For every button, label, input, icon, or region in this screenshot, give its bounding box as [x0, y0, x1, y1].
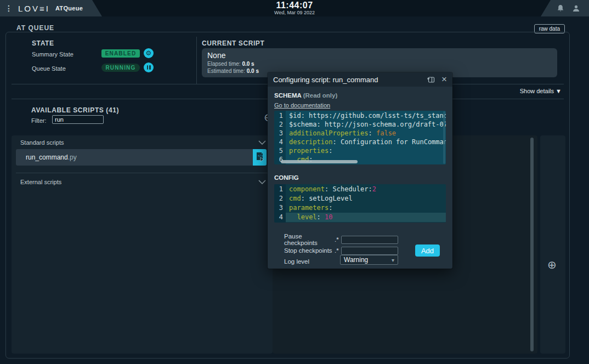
group-label: Standard scripts	[20, 139, 64, 146]
config-heading: CONFIG	[274, 174, 299, 181]
topbar-right-tab	[541, 0, 589, 16]
chevron-down-icon	[258, 140, 266, 145]
show-details-toggle[interactable]: Show details ▼	[520, 88, 562, 94]
log-level-value: Warning	[344, 256, 392, 264]
schema-vertical-scrollbar[interactable]	[443, 111, 445, 164]
user-icon[interactable]	[572, 4, 580, 13]
config-code-lines[interactable]: component: Scheduler:2cmd: setLogLevelpa…	[286, 184, 446, 223]
menu-kebab-icon[interactable]: ⋮	[5, 0, 13, 16]
available-scripts-heading: AVAILABLE SCRIPTS (41)	[31, 106, 119, 114]
clock-time: 11:44:07	[274, 1, 315, 10]
select-caret-icon: ▾	[392, 257, 394, 263]
queue-state-label: Queue State	[32, 65, 66, 72]
log-level-label: Log level	[284, 258, 335, 265]
queue-state-badge: RUNNING	[101, 64, 140, 72]
schema-readonly-note: (Read only)	[303, 92, 338, 99]
documentation-link[interactable]: Go to documentation	[274, 102, 330, 109]
external-scripts-group[interactable]: External scripts	[12, 175, 273, 189]
current-script-heading: CURRENT SCRIPT	[202, 39, 264, 47]
state-heading: STATE	[32, 39, 54, 47]
add-button[interactable]: Add	[415, 244, 440, 257]
pause-queue-button[interactable]	[144, 62, 154, 72]
view-title: ATQueue	[55, 5, 83, 12]
top-bar: ⋮ LOV≡I ATQueue 11:44:07 Wed, Mar 09 202…	[0, 0, 589, 16]
topbar-left-tab: ⋮ LOV≡I ATQueue	[0, 0, 102, 16]
pause-checkpoints-row: Pause checkpoints .*	[284, 235, 398, 244]
stop-checkpoints-row: Stop checkpoints .*	[284, 246, 398, 255]
estimated-time-value: 0.0 s	[247, 68, 259, 74]
group-label: External scripts	[20, 179, 61, 185]
elapsed-time-label: Elapsed time:	[207, 61, 241, 67]
schema-heading: SCHEMA (Read only)	[274, 92, 337, 99]
standard-scripts-group[interactable]: Standard scripts	[12, 135, 273, 150]
stop-checkpoints-label: Stop checkpoints	[284, 247, 335, 254]
pause-checkpoints-input[interactable]	[341, 236, 398, 244]
script-row[interactable]: run_command.py </>	[16, 149, 267, 166]
love-logo: LOV≡I	[18, 4, 50, 13]
schema-horizontal-scrollbar[interactable]	[281, 160, 358, 163]
section-divider	[196, 37, 197, 84]
pause-checkpoints-regex: .*	[335, 236, 341, 243]
configure-script-modal: Configuring script: run_command × SCHEMA…	[268, 72, 452, 269]
schema-gutter: 123456	[274, 111, 286, 164]
stop-checkpoints-input[interactable]	[341, 247, 398, 255]
script-name: run_command	[26, 153, 68, 161]
list-divider	[16, 173, 268, 173]
summary-state-badge: ENABLED	[101, 49, 140, 58]
schema-editor: 123456 $id: https://github.com/lsst-ts/t…	[274, 111, 446, 164]
summary-state-label: Summary State	[32, 51, 73, 58]
modal-header: Configuring script: run_command ×	[268, 72, 452, 87]
schema-code-lines: $id: https://github.com/lsst-ts/ts_stand…	[286, 111, 446, 164]
config-editor[interactable]: 1234 component: Scheduler:2cmd: setLogLe…	[274, 184, 446, 223]
pause-checkpoints-label: Pause checkpoints	[284, 233, 335, 246]
launch-script-button[interactable]: </>	[253, 149, 267, 166]
notifications-bell-icon[interactable]	[557, 4, 564, 13]
launch-script-icon: </>	[256, 152, 264, 163]
close-icon[interactable]: ×	[441, 75, 447, 84]
elapsed-time-value: 0.0 s	[242, 61, 254, 67]
modal-body: SCHEMA (Read only) Go to documentation 1…	[268, 87, 452, 269]
filter-input[interactable]	[52, 115, 104, 124]
svg-text:</>: </>	[258, 154, 264, 157]
script-ext: .py	[68, 153, 77, 161]
detach-window-icon[interactable]	[427, 76, 435, 83]
clock: 11:44:07 Wed, Mar 09 2022	[274, 1, 315, 15]
caret-down-icon: ▼	[556, 88, 562, 94]
filter-label: Filter:	[31, 117, 47, 124]
expand-circle-plus-icon[interactable]: ⊕	[547, 259, 557, 270]
gear-icon: ⚙	[146, 48, 152, 58]
clock-date: Wed, Mar 09 2022	[274, 10, 315, 15]
log-level-row: Log level	[284, 257, 335, 266]
summary-state-config-button[interactable]: ⚙	[144, 48, 154, 58]
side-column: ⊕	[540, 135, 565, 354]
pause-icon	[147, 65, 151, 70]
stop-checkpoints-regex: .*	[335, 247, 341, 254]
current-script-name: None	[207, 51, 552, 60]
modal-title: Configuring script: run_command	[273, 76, 427, 84]
chevron-down-icon	[258, 180, 266, 184]
vertical-scrollbar[interactable]	[530, 138, 534, 351]
available-scripts-panel: Standard scripts run_command.py </>	[12, 135, 273, 354]
config-gutter: 1234	[274, 184, 286, 223]
log-level-select[interactable]: Warning ▾	[340, 255, 398, 265]
page-title: AT QUEUE	[16, 24, 54, 32]
estimated-time-label: Estimated time:	[207, 68, 245, 74]
